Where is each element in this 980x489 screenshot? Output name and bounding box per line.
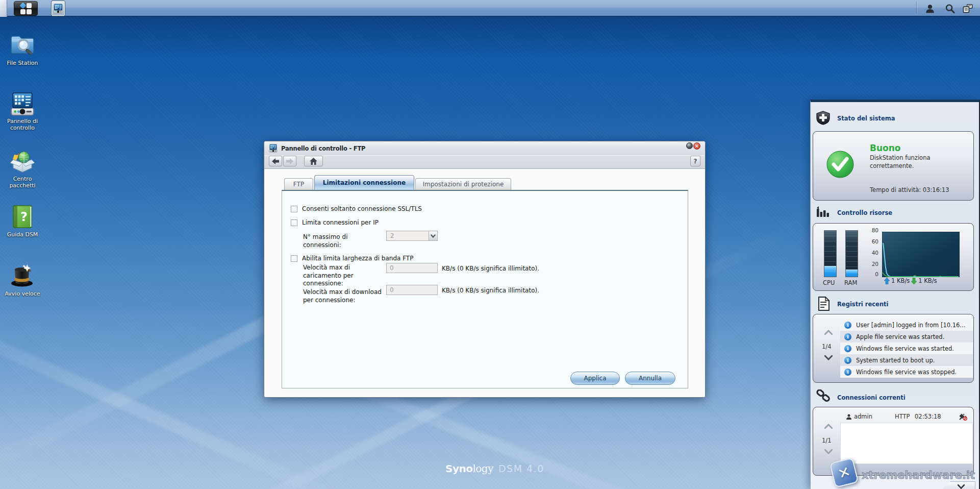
system-status-box: Buono DiskStation funziona correttamente… [813, 131, 974, 201]
tab-ftp[interactable]: FTP [284, 178, 313, 190]
log-text: User [admin] logged in from [10.16... [856, 322, 965, 329]
download-speed-input[interactable]: 0 [386, 285, 438, 295]
log-text: Windows file service was stopped. [856, 369, 957, 376]
log-text: Apple file service was started. [856, 333, 944, 340]
log-list: iUser [admin] logged in from [10.16... i… [840, 319, 973, 378]
control-panel-icon [53, 4, 63, 14]
max-connections-select[interactable]: 2 [386, 231, 438, 241]
close-button[interactable]: ✕ [693, 142, 700, 150]
taskbar-control-panel-button[interactable] [52, 1, 65, 16]
tab-impostazioni-protezione[interactable]: Impostazioni di protezione [415, 178, 511, 190]
recent-logs-title: Registri recenti [837, 301, 889, 308]
window-title: Pannello di controllo - FTP [281, 145, 365, 152]
cancel-button[interactable]: Annulla [625, 372, 675, 385]
tab-limitazioni-connessione[interactable]: Limitazioni connessione [314, 175, 414, 190]
log-text: Windows file service was started. [856, 345, 954, 352]
home-button[interactable] [304, 156, 323, 166]
upload-arrow-icon [884, 278, 890, 284]
status-ok-icon [826, 150, 855, 179]
info-icon: i [844, 333, 851, 340]
search-button[interactable] [943, 3, 956, 15]
connection-user: admin [854, 413, 872, 420]
desktop-icon-quick-start[interactable]: Avvio veloce [0, 262, 45, 298]
pilot-view-icon [962, 3, 974, 14]
user-menu-button[interactable] [923, 3, 936, 15]
logs-page-down[interactable] [824, 355, 833, 360]
package-center-icon [0, 150, 45, 174]
connections-title: Connessioni correnti [837, 394, 906, 401]
logs-page-indicator: 1/4 [822, 343, 832, 350]
chevron-down-icon [431, 234, 436, 238]
info-icon: i [844, 357, 851, 364]
ssl-checkbox[interactable] [291, 206, 297, 212]
user-icon [924, 3, 936, 14]
help-glyph: ? [694, 158, 697, 165]
minimize-button[interactable] [686, 142, 693, 149]
forward-button[interactable] [283, 156, 296, 166]
download-speed-suffix: KB/s (0 KB/s significa illimitato). [442, 287, 539, 294]
connection-list-empty [840, 423, 973, 464]
download-rate: 1 KB/s [918, 277, 937, 284]
log-row[interactable]: iApple file service was started. [840, 331, 973, 343]
desktop-icon-control-panel[interactable]: Pannello di controllo [0, 92, 45, 132]
disconnect-icon[interactable] [959, 413, 967, 421]
system-status-icon [816, 111, 831, 125]
logs-page-up[interactable] [824, 330, 833, 335]
select-arrow [429, 231, 437, 240]
connection-row[interactable]: admin HTTP 02:53:18 [840, 411, 973, 423]
bandwidth-checkbox[interactable] [291, 255, 297, 262]
tab-label: Limitazioni connessione [323, 179, 406, 186]
window-content: FTP Limitazioni connessione Impostazioni… [264, 169, 705, 397]
uptime-text: Tempo di attività: 03:16:13 [870, 186, 949, 193]
logo-brand-serif: logy [472, 462, 493, 475]
info-icon: i [844, 369, 851, 376]
file-station-icon [0, 32, 45, 58]
help-button[interactable]: ? [690, 156, 700, 166]
desktop-icon-file-station[interactable]: File Station [0, 32, 45, 67]
upload-speed-input[interactable]: 0 [386, 263, 438, 273]
desktop-icon-label: File Station [0, 60, 45, 67]
window-titlebar[interactable]: Pannello di controllo - FTP [264, 141, 705, 155]
desktop-icon-label: Pannello di controllo [0, 118, 45, 132]
connections-page-indicator: 1/1 [822, 437, 832, 444]
ram-label: RAM [844, 279, 857, 286]
connections-page-down[interactable] [824, 449, 833, 454]
window-title-icon [269, 144, 278, 153]
resource-monitor-icon [816, 206, 831, 218]
limit-ip-checkbox-label: Limita connessioni per IP [302, 219, 379, 226]
limit-ip-checkbox[interactable] [291, 219, 297, 226]
axis-tick: 20 [866, 261, 878, 267]
forward-icon [286, 158, 293, 164]
log-row[interactable]: iSystem started to boot up. [840, 354, 973, 366]
back-button[interactable] [269, 156, 282, 166]
ssl-checkbox-label: Consenti soltanto connessione SSL/TLS [302, 205, 422, 212]
pilot-view-button[interactable] [962, 3, 974, 15]
desktop-icon-package-center[interactable]: Centro pacchetti [0, 150, 45, 189]
svg-text:?: ? [20, 210, 28, 224]
main-menu-icon [20, 3, 32, 14]
sidebar-collapse-tab[interactable] [940, 481, 975, 489]
status-value: Buono [870, 143, 901, 153]
upload-speed-suffix: KB/s (0 KB/s significa illimitato). [442, 265, 539, 272]
connections-icon [816, 389, 832, 403]
recent-logs-icon [817, 297, 830, 311]
widget-sidebar: Stato del sistema Buono DiskStation funz… [810, 100, 980, 489]
connections-page-up[interactable] [824, 424, 833, 429]
desktop-icon-dsm-help[interactable]: ? Guida DSM [0, 204, 45, 238]
log-row[interactable]: iWindows file service was started. [840, 343, 973, 354]
apply-button[interactable]: Applica [570, 372, 620, 385]
log-row[interactable]: iWindows file service was stopped. [840, 366, 973, 378]
network-chart [882, 232, 960, 277]
download-speed-label: Velocità max di download per connessione… [303, 288, 395, 304]
axis-tick: 0 [866, 271, 878, 277]
network-rates: 1 KB/s 1 KB/s [884, 277, 937, 284]
back-icon [272, 158, 279, 164]
quick-start-icon [0, 262, 45, 289]
taskbar-separator [916, 2, 917, 13]
download-arrow-icon [911, 278, 917, 284]
show-desktop-button[interactable] [0, 0, 7, 17]
upload-rate: 1 KB/s [891, 277, 910, 284]
control-panel-desktop-icon [0, 92, 45, 116]
main-menu-button[interactable] [14, 1, 38, 16]
log-row[interactable]: iUser [admin] logged in from [10.16... [840, 319, 973, 331]
